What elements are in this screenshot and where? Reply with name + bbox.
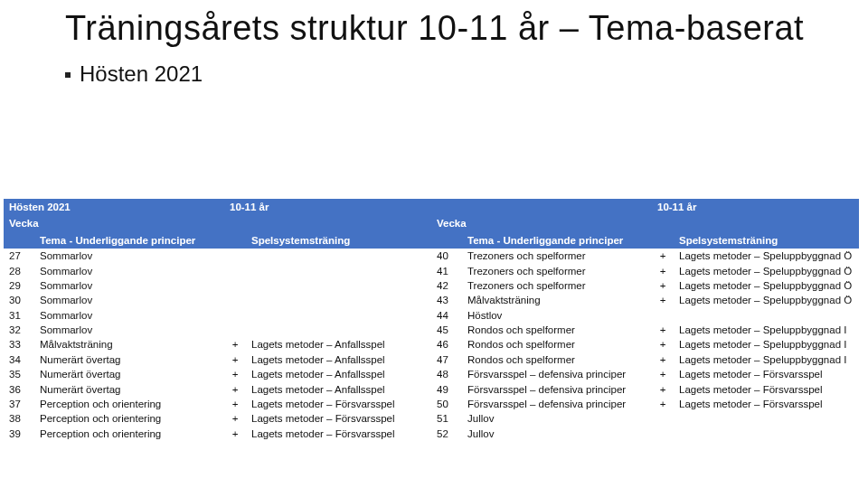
table-left: Hösten 2021 10-11 år Vecka Tema - Underl… [4,199,431,441]
week-cell: 28 [4,264,34,278]
plus-cell: + [224,427,246,441]
theme-cell: Trezoners och spelformer [462,264,652,278]
bullet-text: Hösten 2021 [80,61,203,87]
system-cell: Lagets metoder – Försvarsspel [674,367,859,381]
system-cell: Lagets metoder – Speluppbyggnad Ö [674,249,859,263]
plus-cell: + [652,397,674,411]
week-cell: 51 [431,411,462,426]
blank-cell [4,232,34,249]
plus-cell: + [652,323,674,337]
header-system: Spelsystemsträning [246,232,431,249]
week-cell: 29 [4,278,34,293]
plus-cell: + [224,411,246,426]
table-right: 10-11 år Vecka Tema - Underliggande prin… [431,199,859,441]
plus-cell [652,308,674,323]
theme-cell: Perception och orientering [34,427,224,441]
table-row: Vecka [431,215,859,231]
plus-cell: + [652,352,674,367]
week-cell: 30 [4,293,34,307]
table-row: 47Rondos och spelformer+Lagets metoder –… [431,352,859,367]
week-cell: 37 [4,397,34,411]
table-row: Hösten 2021 10-11 år [4,199,431,215]
system-cell: Lagets metoder – Speluppbyggnad Ö [674,293,859,307]
system-cell: Lagets metoder – Anfallsspel [246,352,431,367]
week-cell: 34 [4,352,34,367]
theme-cell: Jullov [462,411,652,426]
plus-cell: + [224,397,246,411]
plus-cell [224,278,246,293]
plus-cell [224,323,246,337]
blank-cell [652,232,674,249]
system-cell: Lagets metoder – Försvarsspel [246,397,431,411]
plus-cell: + [224,337,246,352]
system-cell: Lagets metoder – Anfallsspel [246,382,431,397]
table-row: 43Målvaktsträning+Lagets metoder – Spelu… [431,293,859,307]
theme-cell: Trezoners och spelformer [462,249,652,263]
theme-cell: Sommarlov [34,293,224,307]
theme-cell: Försvarsspel – defensiva principer [462,367,652,381]
week-cell: 46 [431,337,462,352]
table-row: Tema - Underliggande principer Spelsyste… [431,232,859,249]
table-row: 51Jullov [431,411,859,426]
system-cell [246,249,431,263]
tables-wrapper: Hösten 2021 10-11 år Vecka Tema - Underl… [4,199,864,441]
system-cell [246,293,431,307]
table-row: 37Perception och orientering+Lagets meto… [4,397,431,411]
system-cell [246,323,431,337]
week-cell: 31 [4,308,34,323]
theme-cell: Trezoners och spelformer [462,278,652,293]
system-cell [246,308,431,323]
table-row: 33Målvaktsträning+Lagets metoder – Anfal… [4,337,431,352]
system-cell [674,411,859,426]
plus-cell: + [224,367,246,381]
table-row: 32Sommarlov [4,323,431,337]
week-cell: 32 [4,323,34,337]
plus-cell: + [652,382,674,397]
plus-cell: + [652,264,674,278]
plus-cell: + [652,249,674,263]
plus-cell: + [224,352,246,367]
system-cell: Lagets metoder – Försvarsspel [246,411,431,426]
header-season: Hösten 2021 [4,199,224,215]
theme-cell: Målvaktsträning [34,337,224,352]
plus-cell [652,411,674,426]
blank-cell [431,232,462,249]
plus-cell [224,249,246,263]
week-cell: 39 [4,427,34,441]
theme-cell: Perception och orientering [34,411,224,426]
theme-cell: Målvaktsträning [462,293,652,307]
plus-cell [224,264,246,278]
theme-cell: Sommarlov [34,323,224,337]
table-row: 41Trezoners och spelformer+Lagets metode… [431,264,859,278]
table-row: 34Numerärt övertag+Lagets metoder – Anfa… [4,352,431,367]
system-cell: Lagets metoder – Speluppbyggnad Ö [674,278,859,293]
week-cell: 45 [431,323,462,337]
table-row: 42Trezoners och spelformer+Lagets metode… [431,278,859,293]
table-row: 38Perception och orientering+Lagets meto… [4,411,431,426]
slide: Träningsårets struktur 10-11 år – Tema-b… [0,0,868,488]
table-row: 49Försvarsspel – defensiva principer+Lag… [431,382,859,397]
table-row: 50Försvarsspel – defensiva principer+Lag… [431,397,859,411]
theme-cell: Försvarsspel – defensiva principer [462,382,652,397]
table-row: 44Höstlov [431,308,859,323]
table-row: 52Jullov [431,427,859,441]
header-week: Vecka [4,215,431,231]
header-system: Spelsystemsträning [674,232,859,249]
bullet-row: Hösten 2021 [0,49,868,87]
system-cell [246,278,431,293]
plus-cell: + [224,382,246,397]
theme-cell: Numerärt övertag [34,367,224,381]
week-cell: 50 [431,397,462,411]
table-row: 36Numerärt övertag+Lagets metoder – Anfa… [4,382,431,397]
page-title: Träningsårets struktur 10-11 år – Tema-b… [0,0,868,49]
week-cell: 41 [431,264,462,278]
table-row: 45Rondos och spelformer+Lagets metoder –… [431,323,859,337]
week-cell: 42 [431,278,462,293]
theme-cell: Numerärt övertag [34,352,224,367]
table-row: 31Sommarlov [4,308,431,323]
theme-cell: Rondos och spelformer [462,323,652,337]
header-age: 10-11 år [224,199,431,215]
table-row: 48Försvarsspel – defensiva principer+Lag… [431,367,859,381]
table-row: 10-11 år [431,199,859,215]
plus-cell: + [652,337,674,352]
